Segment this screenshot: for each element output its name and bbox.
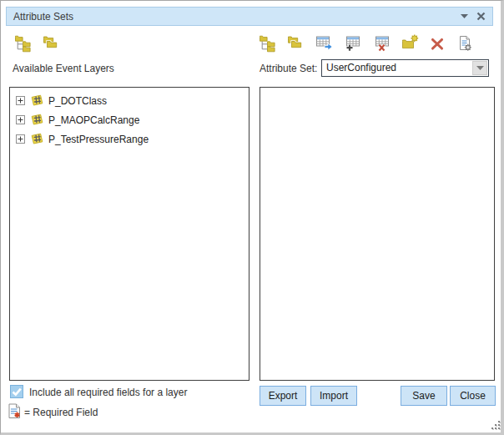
close-icon[interactable] (474, 8, 487, 25)
required-field-icon (8, 403, 22, 422)
expand-plus-icon[interactable] (16, 115, 25, 124)
attribute-set-label: Attribute Set: (260, 63, 317, 74)
close-button[interactable]: Close (450, 386, 496, 406)
tree-row[interactable]: P_MAOPCalcRange (16, 110, 249, 129)
stacked-folders-icon[interactable] (285, 33, 305, 53)
check-icon (12, 387, 22, 397)
include-required-fields-checkbox[interactable] (10, 385, 23, 398)
tree-folders-icon[interactable] (13, 33, 33, 53)
event-layer-icon (30, 94, 44, 107)
combobox-dropdown-button[interactable] (472, 61, 487, 75)
dialog-title: Attribute Sets (7, 11, 73, 23)
folder-gear-icon[interactable] (401, 33, 421, 53)
attribute-set-combobox[interactable]: UserConfigured (321, 59, 489, 77)
tree-row[interactable]: P_TestPressureRange (16, 129, 249, 149)
available-event-layers-heading: Available Event Layers (13, 63, 114, 74)
chevron-down-icon (476, 66, 484, 70)
event-layer-icon (30, 133, 44, 145)
tree-item-label[interactable]: P_MAOPCalcRange (48, 114, 139, 126)
table-add-icon[interactable] (344, 33, 364, 53)
caret-down-icon[interactable] (457, 8, 471, 25)
attribute-set-contents-panel[interactable] (260, 87, 495, 381)
expand-plus-icon[interactable] (16, 96, 25, 105)
include-required-fields-label: Include all required fields for a layer (29, 387, 187, 398)
export-button[interactable]: Export (260, 386, 306, 406)
resize-grip[interactable] (490, 419, 502, 434)
required-field-legend: = Required Field (24, 407, 98, 418)
attribute-set-value: UserConfigured (326, 60, 396, 76)
document-gear-icon[interactable] (455, 33, 475, 53)
delete-x-icon[interactable] (427, 33, 447, 53)
tree-item-label[interactable]: P_TestPressureRange (48, 134, 149, 145)
tree-row[interactable]: P_DOTClass (16, 91, 249, 110)
import-button[interactable]: Import (310, 386, 357, 406)
attribute-sets-dialog: Attribute Sets (0, 0, 504, 435)
stacked-folders-icon[interactable] (41, 33, 61, 53)
table-export-icon[interactable] (315, 33, 335, 53)
titlebar[interactable]: Attribute Sets (6, 7, 493, 26)
event-layer-icon (30, 114, 44, 126)
tree-item-label[interactable]: P_DOTClass (48, 95, 107, 107)
available-event-layers-panel[interactable]: P_DOTClass P_MAOPCalcRange (9, 87, 249, 381)
table-remove-icon[interactable] (373, 33, 393, 53)
expand-plus-icon[interactable] (16, 134, 25, 144)
tree-folders-icon[interactable] (258, 33, 278, 53)
save-button[interactable]: Save (401, 386, 447, 406)
